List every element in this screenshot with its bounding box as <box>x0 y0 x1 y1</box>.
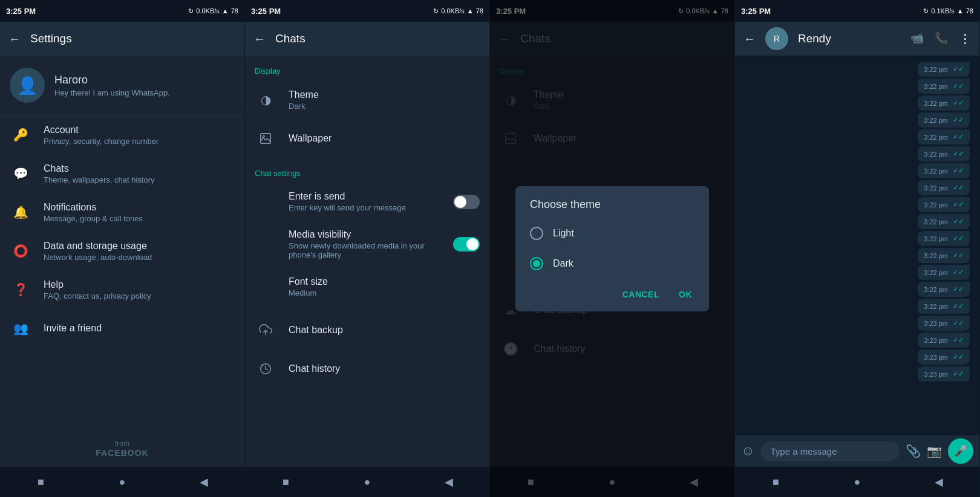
msg-time: 3:22 pm <box>924 151 948 158</box>
dark-radio[interactable] <box>530 257 543 270</box>
media-vis-toggle[interactable] <box>453 237 480 252</box>
chat-bubble: 3:22 pm ✓✓ <box>918 180 970 195</box>
chat-backup-item[interactable]: Chat backup <box>245 311 489 349</box>
msg-time: 3:22 pm <box>924 83 948 90</box>
chat-back-button[interactable]: ← <box>743 32 756 46</box>
battery-4: 78 <box>966 7 973 15</box>
emoji-icon[interactable]: ☺ <box>741 443 754 459</box>
dark-option[interactable]: Dark <box>515 248 709 279</box>
time-4: 3:25 PM <box>741 7 771 16</box>
msg-time: 3:22 pm <box>924 303 948 310</box>
chat-settings-label: Chat settings <box>245 158 489 183</box>
home-btn-1[interactable]: ● <box>110 470 134 494</box>
media-vis-text: Media visibility Show newly downloaded m… <box>255 229 441 259</box>
msg-ticks: ✓✓ <box>953 65 964 73</box>
msg-time: 3:23 pm <box>924 320 948 327</box>
home-btn-2[interactable]: ● <box>355 470 379 494</box>
bottom-nav-2: ■ ● ◀ <box>245 467 489 497</box>
sidebar-item-account[interactable]: 🔑 Account Privacy, security, change numb… <box>0 115 244 154</box>
video-call-icon[interactable]: 📹 <box>910 31 924 46</box>
settings-panel: 3:25 PM ↻ 0.0KB/s ▲ 78 ← Settings 👤 Haro… <box>0 0 245 497</box>
chat-bubble: 3:22 pm ✓✓ <box>918 96 970 111</box>
invite-title: Invite a friend <box>44 323 235 334</box>
stop-btn-4[interactable]: ■ <box>763 470 788 494</box>
mic-button[interactable]: 🎤 <box>948 438 973 464</box>
chats-settings-content: Display ◑ Theme Dark Wallpaper Chat sett… <box>245 56 489 467</box>
message-input[interactable] <box>760 441 900 461</box>
display-section-label: Display <box>245 56 489 80</box>
chats-settings-panel: 3:25 PM ↻ 0.0KB/s ▲ 78 ← Chats Display ◑… <box>245 0 490 497</box>
sidebar-item-help[interactable]: ❓ Help FAQ, contact us, privacy policy <box>0 270 244 309</box>
back-button-2[interactable]: ← <box>253 32 266 46</box>
chat-history-item[interactable]: Chat history <box>245 349 489 388</box>
chats-text: Chats Theme, wallpapers, chat history <box>44 163 235 184</box>
font-size-title: Font size <box>289 276 480 287</box>
chat-bubble: 3:22 pm ✓✓ <box>918 214 970 229</box>
sidebar-item-invite[interactable]: 👥 Invite a friend <box>0 309 244 348</box>
back-btn-4[interactable]: ◀ <box>927 470 951 494</box>
font-size-item[interactable]: Font size Medium <box>245 268 489 306</box>
call-icon[interactable]: 📞 <box>935 31 948 46</box>
media-visibility-item[interactable]: Media visibility Show newly downloaded m… <box>245 221 489 268</box>
wallpaper-item[interactable]: Wallpaper <box>245 119 489 158</box>
chat-bubble: 3:22 pm ✓✓ <box>918 163 970 178</box>
sidebar-item-chats[interactable]: 💬 Chats Theme, wallpapers, chat history <box>0 154 244 193</box>
chat-history-title: Chat history <box>289 363 480 374</box>
chat-bubble: 3:22 pm ✓✓ <box>918 299 970 314</box>
chat-bubble: 3:23 pm ✓✓ <box>918 316 970 331</box>
time-1: 3:25 PM <box>6 7 36 16</box>
chat-messages: 3:22 pm ✓✓ 3:22 pm ✓✓ 3:22 pm ✓✓ 3:22 pm… <box>735 56 979 435</box>
stop-btn-2[interactable]: ■ <box>273 470 298 494</box>
light-radio[interactable] <box>530 227 543 240</box>
status-bar-2: 3:25 PM ↻ 0.0KB/s ▲ 78 <box>245 0 489 22</box>
back-btn-2[interactable]: ◀ <box>437 470 461 494</box>
sync-icon-2: ↻ <box>433 7 439 15</box>
home-btn-4[interactable]: ● <box>845 470 869 494</box>
chat-bubble: 3:22 pm ✓✓ <box>918 79 970 94</box>
chat-bubble: 3:23 pm ✓✓ <box>918 366 970 382</box>
help-text: Help FAQ, contact us, privacy policy <box>44 279 235 300</box>
chat-panel: 3:25 PM ↻ 0.1KB/s ▲ 78 ← R Rendy 📹 📞 ⋮ 3… <box>735 0 980 497</box>
profile-section[interactable]: 👤 Haroro Hey there! I am using WhatsApp. <box>0 56 244 115</box>
back-btn-1[interactable]: ◀ <box>192 470 216 494</box>
more-icon[interactable]: ⋮ <box>959 31 971 46</box>
dialog-title: Choose theme <box>515 186 709 218</box>
camera-icon[interactable]: 📷 <box>927 444 942 458</box>
data-sub: Network usage, auto-download <box>44 253 235 262</box>
back-button-1[interactable]: ← <box>8 32 21 46</box>
msg-ticks: ✓✓ <box>953 319 964 327</box>
stop-btn-1[interactable]: ■ <box>28 470 53 494</box>
ok-button[interactable]: OK <box>674 287 697 302</box>
chat-input-bar: ☺ 📎 📷 🎤 <box>735 435 979 467</box>
facebook-brand: FACEBOOK <box>6 448 238 458</box>
msg-time: 3:22 pm <box>924 184 948 192</box>
chat-history-text: Chat history <box>289 363 480 374</box>
chat-bubble: 3:23 pm ✓✓ <box>918 349 970 365</box>
wallpaper-icon <box>255 128 276 149</box>
profile-avatar: 👤 <box>10 68 45 103</box>
page-title-chats: Chats <box>275 32 481 45</box>
page-title-settings: Settings <box>30 32 236 45</box>
wallpaper-text: Wallpaper <box>289 133 480 144</box>
chats-top-bar: ← Chats <box>245 22 489 56</box>
chat-bubble: 3:22 pm ✓✓ <box>918 248 970 263</box>
msg-time: 3:22 pm <box>924 235 948 242</box>
dialog-overlay: Choose theme Light Dark CANCEL OK <box>490 0 734 497</box>
history-icon <box>255 358 276 380</box>
light-option[interactable]: Light <box>515 218 709 248</box>
contact-name: Rendy <box>798 32 901 45</box>
chat-action-icons: 📹 📞 ⋮ <box>910 31 971 46</box>
msg-time: 3:22 pm <box>924 269 948 276</box>
data-title: Data and storage usage <box>44 241 235 252</box>
enter-send-toggle[interactable] <box>453 195 480 209</box>
sidebar-item-notifications[interactable]: 🔔 Notifications Message, group & call to… <box>0 193 244 232</box>
notifications-sub: Message, group & call tones <box>44 214 235 223</box>
enter-send-item[interactable]: Enter is send Enter key will send your m… <box>245 183 489 221</box>
msg-ticks: ✓✓ <box>953 82 964 90</box>
sidebar-item-data[interactable]: ⭕ Data and storage usage Network usage, … <box>0 232 244 270</box>
theme-item[interactable]: ◑ Theme Dark <box>245 80 489 119</box>
cancel-button[interactable]: CANCEL <box>618 287 664 302</box>
media-vis-title: Media visibility <box>289 229 441 240</box>
status-icons-4: ↻ 0.1KB/s ▲ 78 <box>923 7 973 15</box>
attach-icon[interactable]: 📎 <box>906 444 921 458</box>
